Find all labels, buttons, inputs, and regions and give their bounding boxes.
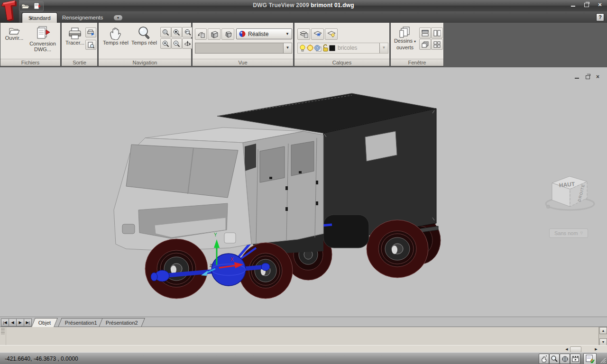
named-view-combo[interactable]: ▼ bbox=[195, 43, 292, 54]
export-button[interactable] bbox=[85, 27, 96, 37]
command-window[interactable]: '_3dorbit Appuyez sur Entrée ou Echap po… bbox=[0, 327, 607, 346]
tab-renseignements[interactable]: Renseignements bbox=[56, 12, 109, 23]
scroll-left-button[interactable]: ◀ bbox=[563, 346, 570, 352]
view-name-value: Sans nom bbox=[554, 230, 578, 236]
command-horizontal-scrollbar[interactable]: ◀ ▶ bbox=[563, 346, 599, 352]
cascade-button[interactable] bbox=[419, 39, 431, 50]
open-drawings-label-1: Dessins ▾ bbox=[394, 38, 416, 45]
zoom-in-button[interactable] bbox=[160, 38, 171, 49]
layout-first-button[interactable]: |◀ bbox=[1, 318, 9, 327]
status-bar: -421.6640, -46.3673 , 0.0000 bbox=[0, 352, 607, 364]
zoom-out-button[interactable] bbox=[171, 38, 182, 49]
help-button[interactable]: ? bbox=[596, 13, 604, 21]
scroll-up-button[interactable]: ▲ bbox=[599, 327, 607, 334]
convert-dwg-button[interactable]: Conversion DWG... bbox=[26, 26, 59, 52]
layout-last-button[interactable]: ▶| bbox=[24, 318, 32, 327]
quick-open-button[interactable] bbox=[20, 2, 31, 10]
parallel-projection-button[interactable] bbox=[208, 28, 221, 40]
panel-label-fichiers: Fichiers bbox=[0, 59, 60, 66]
pan-button-label: Temps réel bbox=[103, 40, 129, 46]
tab-presentation1[interactable]: Présentation1 bbox=[58, 318, 104, 327]
drawing-viewport[interactable]: × bbox=[0, 67, 607, 317]
tile-grid-button[interactable] bbox=[431, 39, 443, 50]
zoom-window-button[interactable] bbox=[160, 27, 171, 37]
orbit-button[interactable] bbox=[182, 38, 193, 49]
status-zoom-icon bbox=[551, 355, 558, 362]
panel-label-fenetre: Fenêtre bbox=[391, 59, 443, 66]
window-controls: × bbox=[570, 1, 603, 8]
tab-objet[interactable]: Objet bbox=[31, 318, 58, 327]
annotation-monitor-icon bbox=[586, 355, 595, 363]
annotation-monitor-button[interactable] bbox=[583, 353, 597, 364]
doc-close-button[interactable]: × bbox=[596, 74, 602, 80]
layer-combo[interactable]: bricoles ▼ bbox=[297, 43, 388, 54]
named-view-dropdown-arrow: ▼ bbox=[283, 43, 292, 53]
zoom-realtime-button[interactable]: Temps réel bbox=[130, 26, 158, 46]
view-name-control[interactable]: Sans nom ▽ bbox=[549, 228, 588, 238]
open-drawings-icon bbox=[399, 27, 411, 38]
pan-hand-icon bbox=[109, 27, 123, 40]
preview-icon bbox=[88, 42, 94, 48]
visual-style-combo[interactable]: Réaliste ▼ bbox=[236, 28, 292, 39]
tab-overflow-button[interactable]: ▼ bbox=[114, 15, 122, 20]
command-input-line[interactable]: ◀ ▶ bbox=[0, 345, 607, 353]
layer-freeze-button[interactable] bbox=[311, 28, 324, 40]
tile-vertical-button[interactable] bbox=[431, 27, 443, 38]
status-pan-button[interactable] bbox=[539, 354, 549, 364]
open-drawings-label-2: ouverts bbox=[396, 45, 414, 50]
status-zoom-button[interactable] bbox=[549, 354, 560, 364]
layout-tab-bar: |◀ ◀ ▶ ▶| Objet Présentation1 Présentati… bbox=[0, 317, 607, 327]
doc-minimize-button[interactable] bbox=[574, 74, 580, 80]
status-orbit-button[interactable] bbox=[560, 354, 570, 364]
zoom-window-icon bbox=[162, 29, 169, 36]
command-vertical-scrollbar[interactable]: ▲ ▼ bbox=[598, 327, 607, 346]
named-views-button[interactable] bbox=[195, 28, 207, 40]
open-folder-icon bbox=[9, 27, 20, 35]
perspective-projection-button[interactable] bbox=[221, 28, 234, 40]
minimize-button[interactable] bbox=[570, 1, 577, 8]
panel-label-navigation: Navigation bbox=[99, 59, 191, 66]
tab-standard[interactable]: Standard bbox=[22, 12, 57, 23]
open-button[interactable]: Ouvrir... bbox=[3, 27, 25, 41]
scroll-down-button[interactable]: ▼ bbox=[599, 338, 607, 346]
pan-realtime-button[interactable]: Temps réel bbox=[102, 27, 129, 46]
ucs-z-label: Z bbox=[210, 263, 212, 268]
application-menu-arrow-icon[interactable]: ▾ bbox=[30, 16, 32, 20]
zoom-extents-icon bbox=[173, 29, 180, 36]
quick-convert-button[interactable] bbox=[32, 2, 42, 10]
panel-calques: bricoles ▼ Calques bbox=[294, 23, 390, 66]
layer-properties-button[interactable] bbox=[297, 28, 310, 40]
tile-horizontal-button[interactable] bbox=[419, 27, 431, 38]
plot-button[interactable]: Tracer... bbox=[64, 27, 85, 46]
panel-label-sortie: Sortie bbox=[62, 59, 97, 66]
layout-next-button[interactable]: ▶ bbox=[16, 318, 24, 327]
plot-preview-button[interactable] bbox=[85, 40, 96, 50]
command-window-grip[interactable] bbox=[0, 327, 6, 346]
tile-vertical-icon bbox=[433, 30, 441, 36]
ucs-y-label: Y bbox=[214, 232, 217, 237]
tab-presentation2[interactable]: Présentation2 bbox=[99, 318, 145, 327]
layer-vp-freeze-icon bbox=[314, 44, 322, 52]
scroll-right-button[interactable]: ▶ bbox=[593, 346, 599, 352]
truck-3d-model: Z Y X bbox=[109, 88, 441, 310]
restore-button[interactable] bbox=[583, 1, 590, 8]
zoom-extents-button[interactable] bbox=[171, 27, 182, 37]
doc-restore-button[interactable] bbox=[585, 74, 591, 80]
panel-label-calques: Calques bbox=[294, 59, 389, 66]
convert-dwg-icon bbox=[33, 2, 41, 10]
zoom-previous-button[interactable] bbox=[182, 27, 193, 37]
application-menu-button[interactable] bbox=[0, 0, 19, 23]
cab bbox=[114, 127, 323, 251]
open-drawings-button[interactable]: Dessins ▾ ouverts bbox=[393, 27, 417, 50]
status-orbit-icon bbox=[561, 355, 569, 363]
status-showmotion-button[interactable] bbox=[570, 354, 580, 364]
trueview-logo-icon bbox=[0, 0, 18, 22]
layer-isolate-button[interactable] bbox=[325, 28, 338, 40]
layout-prev-button[interactable]: ◀ bbox=[9, 318, 17, 327]
visual-style-icon bbox=[239, 30, 246, 37]
resize-grip[interactable] bbox=[599, 357, 606, 364]
viewcube-top-label: HAUT bbox=[559, 181, 575, 189]
viewcube[interactable]: HAUT DROITE bbox=[543, 166, 597, 216]
close-button[interactable]: × bbox=[597, 1, 603, 8]
layer-thaw-sun-icon bbox=[306, 44, 314, 52]
